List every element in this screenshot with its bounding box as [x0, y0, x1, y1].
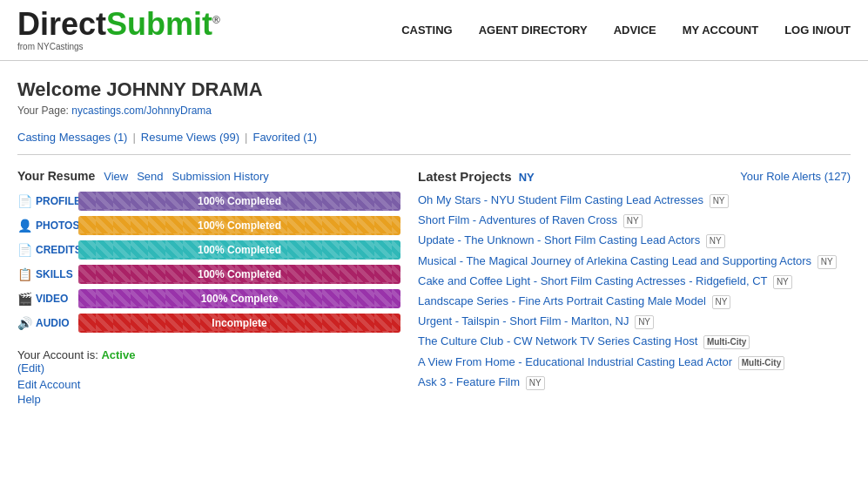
credits-bar: 100% Completed	[78, 240, 400, 260]
list-item: Ask 3 - Feature Film NY	[418, 374, 851, 390]
resume-history-link[interactable]: Submission History	[172, 170, 269, 183]
project-link-8[interactable]: A View From Home - Educational Industria…	[418, 355, 732, 368]
header: DirectSubmit® from NYCastings CASTING AG…	[0, 0, 868, 61]
casting-messages-link[interactable]: Casting Messages (1)	[17, 131, 127, 144]
nav-casting[interactable]: CASTING	[401, 24, 453, 37]
video-label[interactable]: 🎬 VIDEO	[17, 292, 78, 306]
project-link-7[interactable]: The Culture Club - CW Network TV Series …	[418, 334, 697, 347]
resume-item-skills: 📋 SKILLS 100% Completed	[17, 265, 400, 284]
resume-item-video: 🎬 VIDEO 100% Complete	[17, 289, 400, 308]
project-link-2[interactable]: Update - The Unknown - Short Film Castin…	[418, 233, 700, 246]
skills-label-text: SKILLS	[36, 268, 73, 280]
skills-bar-container: 100% Completed	[78, 265, 400, 284]
photos-bar: 100% Completed	[78, 216, 400, 235]
resume-header: Your Resume View Send Submission History	[17, 169, 400, 183]
video-status: 100% Complete	[201, 293, 279, 305]
status-label: Your Account is:	[17, 348, 98, 361]
role-alerts-link[interactable]: Your Role Alerts (127)	[740, 170, 851, 183]
list-item: Short Film - Adventures of Raven Cross N…	[418, 213, 851, 228]
project-link-4[interactable]: Cake and Coffee Light - Short Film Casti…	[418, 274, 767, 287]
nav-agent-directory[interactable]: AGENT DIRECTORY	[479, 24, 588, 37]
video-bar-container: 100% Complete	[78, 289, 400, 308]
audio-bar: Incomplete	[78, 314, 400, 333]
photos-label-text: PHOTOS	[36, 219, 79, 232]
resume-view-link[interactable]: View	[104, 170, 128, 183]
logo-direct: Direct	[17, 6, 106, 42]
logo-text: DirectSubmit®	[17, 9, 220, 40]
photos-label[interactable]: 👤 PHOTOS	[17, 219, 78, 233]
credits-label-text: CREDITS	[36, 244, 82, 256]
video-label-text: VIDEO	[36, 293, 68, 305]
project-link-9[interactable]: Ask 3 - Feature Film	[418, 375, 520, 388]
profile-bar: 100% Completed	[78, 192, 400, 211]
credits-bar-container: 100% Completed	[78, 240, 400, 260]
edit-account-link[interactable]: Edit Account	[17, 378, 400, 391]
profile-icon: 📄	[17, 194, 32, 208]
sep2: |	[245, 131, 247, 144]
active-badge: Active	[101, 348, 135, 361]
list-item: Cake and Coffee Light - Short Film Casti…	[418, 273, 851, 289]
skills-status: 100% Completed	[198, 268, 281, 280]
audio-icon: 🔊	[17, 316, 32, 330]
project-badge-8: Multi-City	[738, 356, 785, 370]
logo-reg: ®	[212, 14, 220, 26]
help-link[interactable]: Help	[17, 393, 400, 406]
project-badge-2: NY	[706, 234, 725, 248]
left-column: Your Resume View Send Submission History…	[17, 169, 400, 408]
list-item: Urgent - Tailspin - Short Film - Marlton…	[418, 314, 851, 329]
photos-bar-container: 100% Completed	[78, 216, 400, 235]
skills-icon: 📋	[17, 267, 32, 281]
audio-label-text: AUDIO	[36, 317, 70, 329]
nav-advice[interactable]: ADVICE	[614, 24, 656, 37]
list-item: Landscape Series - Fine Arts Portrait Ca…	[418, 293, 851, 309]
resume-item-profile: 📄 PROFILE 100% Completed	[17, 192, 400, 211]
photos-icon: 👤	[17, 219, 32, 233]
project-list: Oh My Stars - NYU Student Film Casting L…	[418, 192, 851, 390]
nav-login-out[interactable]: LOG IN/OUT	[784, 24, 851, 37]
sep1: |	[132, 131, 135, 144]
audio-status: Incomplete	[212, 317, 266, 329]
welcome-heading: Welcome JOHNNY DRAMA	[17, 78, 851, 101]
resume-send-link[interactable]: Send	[137, 170, 163, 183]
page-label: Your Page:	[17, 105, 69, 117]
project-badge-3: NY	[818, 255, 837, 269]
project-badge-4: NY	[773, 275, 792, 289]
resume-title: Your Resume	[17, 169, 95, 183]
resume-views-link[interactable]: Resume Views (99)	[141, 131, 239, 144]
profile-status: 100% Completed	[198, 195, 281, 207]
skills-label[interactable]: 📋 SKILLS	[17, 267, 78, 281]
logo-subtitle: from NYCastings	[17, 42, 220, 51]
project-link-1[interactable]: Short Film - Adventures of Raven Cross	[418, 213, 617, 226]
project-link-6[interactable]: Urgent - Tailspin - Short Film - Marlton…	[418, 314, 629, 327]
photos-status: 100% Completed	[198, 219, 281, 232]
project-badge-1: NY	[623, 214, 643, 228]
nav-my-account[interactable]: MY ACCOUNT	[683, 24, 758, 37]
list-item: The Culture Club - CW Network TV Series …	[418, 334, 851, 349]
welcome-section: Welcome JOHNNY DRAMA Your Page: nycastin…	[17, 78, 851, 117]
profile-label[interactable]: 📄 PROFILE	[17, 194, 78, 208]
two-col-layout: Your Resume View Send Submission History…	[17, 169, 851, 408]
edit-status-link[interactable]: (Edit)	[17, 361, 400, 374]
video-bar: 100% Complete	[78, 289, 400, 308]
projects-location-badge: NY	[519, 171, 535, 184]
project-link-0[interactable]: Oh My Stars - NYU Student Film Casting L…	[418, 193, 703, 206]
skills-bar: 100% Completed	[78, 265, 400, 284]
resume-item-credits: 📄 CREDITS 100% Completed	[17, 240, 400, 260]
list-item: A View From Home - Educational Industria…	[418, 354, 851, 370]
status-line: Your Account is: Active (Edit)	[17, 348, 400, 374]
project-link-5[interactable]: Landscape Series - Fine Arts Portrait Ca…	[418, 294, 706, 307]
project-link-3[interactable]: Musical - The Magical Journey of Arlekin…	[418, 254, 811, 267]
logo-submit: Submit	[106, 6, 212, 42]
project-badge-0: NY	[710, 194, 729, 208]
links-bar: Casting Messages (1) | Resume Views (99)…	[17, 131, 851, 155]
account-status: Your Account is: Active (Edit) Edit Acco…	[17, 348, 400, 406]
list-item: Oh My Stars - NYU Student Film Casting L…	[418, 192, 851, 208]
audio-label[interactable]: 🔊 AUDIO	[17, 316, 78, 330]
resume-item-audio: 🔊 AUDIO Incomplete	[17, 314, 400, 333]
right-column: Latest Projects NY Your Role Alerts (127…	[418, 169, 851, 408]
page-url-line: Your Page: nycastings.com/JohnnyDrama	[17, 105, 851, 117]
credits-label[interactable]: 📄 CREDITS	[17, 243, 78, 257]
page-url-link[interactable]: nycastings.com/JohnnyDrama	[71, 105, 212, 117]
favorited-link[interactable]: Favorited (1)	[252, 131, 317, 144]
project-badge-7: Multi-City	[703, 335, 750, 349]
